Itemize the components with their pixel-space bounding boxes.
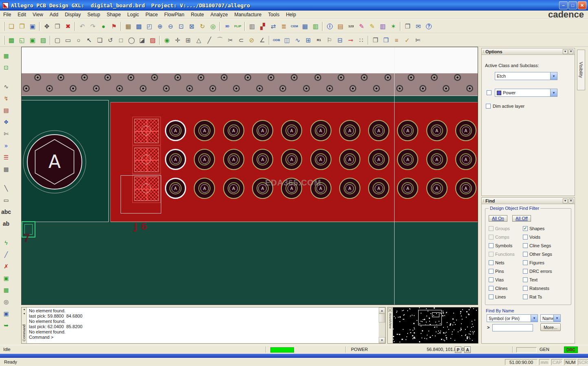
dots-icon[interactable]: ∷	[356, 35, 366, 46]
color-grid-icon[interactable]: ▦	[1, 51, 11, 61]
pin-pad[interactable]: A	[397, 149, 418, 170]
subclass-checkbox[interactable]	[487, 90, 491, 95]
hilight-icon[interactable]: ↯	[1, 94, 11, 103]
padstack-icon[interactable]: ◉	[162, 35, 172, 46]
pick-icon[interactable]: ↖	[84, 35, 94, 46]
move-icon[interactable]: ✥	[42, 21, 52, 32]
pin-pad[interactable]: A	[368, 149, 389, 170]
add-text-icon[interactable]: abc	[1, 207, 11, 217]
menu-file[interactable]: File	[0, 11, 14, 19]
board-icon[interactable]: ▣	[1, 309, 11, 318]
find-mode-dropdown[interactable]: Name ▼	[540, 314, 561, 322]
menu-setup[interactable]: Setup	[84, 11, 103, 19]
chevron-down-icon[interactable]: ▼	[550, 89, 557, 96]
spreadsheet-icon[interactable]: ▦	[300, 21, 310, 32]
close-icon[interactable]: ✕	[388, 308, 392, 312]
selected-pad[interactable]	[134, 148, 159, 172]
close-icon[interactable]: ✕	[568, 198, 573, 203]
pin-pad[interactable]: A	[281, 149, 302, 170]
flag-icon[interactable]: ⚐	[324, 35, 335, 46]
scroll-down-icon[interactable]: ▼	[379, 337, 385, 343]
delete-vertex-icon[interactable]: ✗	[1, 261, 11, 271]
keepout-icon[interactable]: ⊘	[246, 35, 257, 46]
zoom-in-icon[interactable]: ⊕	[155, 21, 165, 32]
pin-pad[interactable]: A	[339, 120, 360, 141]
find-name-input[interactable]	[492, 324, 533, 331]
palette-icon[interactable]: ▤	[1, 105, 11, 115]
find-type-dropdown[interactable]: Symbol (or Pin) ▼	[487, 314, 538, 322]
dehighlight-icon[interactable]: ✎	[367, 21, 377, 32]
pin-pad[interactable]: A	[455, 120, 476, 141]
shape-void-icon[interactable]: ▨	[147, 35, 158, 46]
shape-select-icon[interactable]: ▨	[38, 35, 48, 46]
pin-pad[interactable]: A	[455, 178, 476, 199]
pin-pad[interactable]: A	[368, 120, 389, 141]
pin-pad[interactable]: A	[165, 120, 186, 141]
find-panel-header[interactable]: ⁞ Find ▾ ✕	[482, 198, 575, 204]
find-filter-shapes[interactable]: Shapes	[523, 226, 552, 231]
shape-shear-icon[interactable]: ◪	[137, 35, 147, 46]
checkbox[interactable]	[489, 252, 494, 257]
class-dropdown[interactable]: Etch ▼	[495, 72, 557, 80]
all-on-button[interactable]: All On	[489, 215, 507, 222]
pin-pad[interactable]: A	[339, 178, 360, 199]
checkbox[interactable]	[489, 286, 494, 291]
pin-pad[interactable]: A	[426, 120, 448, 141]
save-drawing-icon[interactable]: ▣	[27, 21, 38, 32]
all-off-button[interactable]: All Off	[512, 215, 531, 222]
checkbox[interactable]	[523, 235, 528, 240]
library-icon[interactable]: ≡	[391, 35, 402, 46]
checkbox[interactable]	[523, 252, 528, 257]
pin-pad[interactable]: A	[223, 120, 244, 141]
copy-group-icon[interactable]: ❐	[370, 35, 381, 46]
find-filter-voids[interactable]: Voids	[523, 234, 552, 240]
shape-add-icon[interactable]: ▩	[6, 35, 17, 46]
probe-icon[interactable]: ⊸	[345, 35, 356, 46]
menu-route[interactable]: Route	[188, 11, 207, 19]
find-filter-clines[interactable]: Clines	[489, 285, 515, 291]
maximize-button[interactable]: □	[568, 1, 577, 9]
checkbox[interactable]	[489, 294, 494, 299]
chevron-down-icon[interactable]: ▼	[531, 315, 538, 322]
fillet-icon[interactable]: ⊂	[236, 35, 246, 46]
r1r2-icon[interactable]: R1	[314, 35, 324, 46]
pin-pad[interactable]: A	[426, 149, 448, 170]
3d-view-icon[interactable]: 3D	[222, 21, 233, 32]
shield-icon[interactable]: ▣	[1, 273, 11, 283]
clipboard-icon[interactable]: ❐	[402, 21, 413, 32]
find-filter-pins[interactable]: Pins	[489, 268, 515, 274]
pcb-canvas[interactable]: A AAAAAAAAAAAAAAAAAAAAAAAAAAAAAAAAA J6 E…	[21, 47, 478, 305]
frame-icon[interactable]: ❏	[94, 35, 105, 46]
list-icon[interactable]: ☰	[1, 152, 11, 162]
pin-list-icon[interactable]: ⊟	[335, 35, 345, 46]
color-dialog-icon[interactable]: ▞	[257, 21, 268, 32]
close-icon[interactable]: ✕	[568, 49, 573, 54]
grid-setup-icon[interactable]: ▦	[123, 21, 134, 32]
zoom-out-icon[interactable]: ⊖	[165, 21, 176, 32]
rotate-icon[interactable]: ↺	[105, 35, 116, 46]
pin-icon[interactable]: ⚑	[109, 21, 119, 32]
pin-pad[interactable]: A	[223, 149, 244, 170]
options-panel-header[interactable]: ⁞ Options ▾ ✕	[482, 48, 575, 55]
pin-pad[interactable]: A	[194, 178, 215, 199]
dimension-icon[interactable]: ⊞	[183, 35, 193, 46]
marker-icon[interactable]: ❖	[1, 117, 11, 127]
world-view-map[interactable]	[393, 307, 478, 343]
ratsnest-icon[interactable]: ∿	[1, 82, 11, 92]
pin-pad[interactable]: A	[397, 178, 418, 199]
find-filter-groups[interactable]: Groups	[489, 226, 515, 231]
arc-icon[interactable]: ⌒	[215, 35, 225, 46]
console-output[interactable]: No element found.last pick: 59.8800 84.6…	[29, 308, 377, 340]
new-drawing-icon[interactable]: ❏	[6, 21, 17, 32]
highlight-icon[interactable]: ✎	[356, 21, 367, 32]
drc-status-badge[interactable]: DRC	[564, 346, 578, 353]
checkbox[interactable]	[489, 277, 494, 282]
angle-icon[interactable]: ∠	[257, 35, 268, 46]
p-button[interactable]: P	[455, 346, 461, 353]
checkbox[interactable]	[523, 260, 528, 265]
menu-add[interactable]: Add	[46, 11, 61, 19]
menu-help[interactable]: Help	[283, 11, 299, 19]
more-button[interactable]: More...	[540, 323, 561, 331]
pin-pad[interactable]: A	[397, 120, 418, 141]
menu-shape[interactable]: Shape	[103, 11, 124, 19]
